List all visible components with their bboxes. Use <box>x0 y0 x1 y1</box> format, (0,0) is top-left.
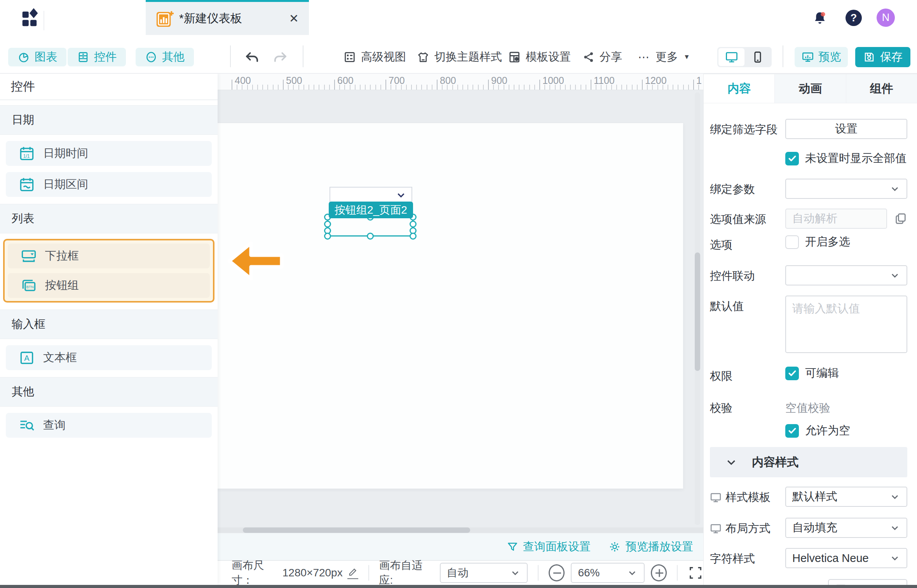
canvas-footer-links: 查询面板设置 预览播放设置 <box>218 533 703 560</box>
widgets-panel-button[interactable]: 控件 <box>68 48 126 66</box>
ruler-label: 1100 <box>594 75 615 86</box>
default-value-textarea[interactable]: 请输入默认值 <box>785 296 907 353</box>
undo-icon[interactable] <box>244 48 260 66</box>
copy-icon[interactable] <box>894 212 907 225</box>
canvas-vertical-scrollbar[interactable] <box>695 92 700 525</box>
linkage-select[interactable] <box>785 265 907 285</box>
fullscreen-icon[interactable] <box>688 565 703 581</box>
chevron-down-icon <box>889 491 900 502</box>
advanced-view-button[interactable]: 高级视图 <box>343 48 406 66</box>
canvas-fit-select[interactable]: 自动 <box>440 563 528 583</box>
multi-select-checkbox[interactable] <box>785 235 799 249</box>
sidebar-item-datetime[interactable]: 1/1 日期时间 <box>6 141 212 166</box>
svg-text:1/1: 1/1 <box>23 153 30 159</box>
allow-empty-checkbox[interactable] <box>785 424 799 438</box>
style-template-row: 样式模板 默认样式 <box>710 487 907 507</box>
zoom-level-select[interactable]: 66% <box>571 563 644 583</box>
query-search-icon <box>18 417 35 434</box>
dropdown-widget-icon <box>20 247 37 264</box>
canvas-size-value: 1280×720px <box>282 567 343 579</box>
sidebar-item-textbox[interactable]: A 文本框 <box>6 345 212 370</box>
theme-tshirt-icon <box>417 50 430 64</box>
calendar-range-icon <box>18 176 35 193</box>
preview-monitor-icon <box>802 51 814 63</box>
resize-handle[interactable] <box>410 233 417 240</box>
statusbar-divider <box>368 565 369 581</box>
bind-filter-field-row: 绑定筛选字段 设置 <box>710 119 907 139</box>
widgets-icon <box>77 51 89 63</box>
bold-button[interactable]: B <box>788 582 798 585</box>
tab-component[interactable]: 组件 <box>846 74 917 103</box>
show-all-values-checkbox[interactable] <box>785 152 799 165</box>
sidebar-item-query[interactable]: 查询 <box>6 413 212 438</box>
other-panel-button[interactable]: 其他 <box>136 48 194 66</box>
resize-handle[interactable] <box>410 221 417 228</box>
button-group-widget-icon: BTN <box>20 277 37 294</box>
font-format-row: B I 12 <box>710 579 907 585</box>
font-size-input[interactable]: 12 <box>828 579 907 585</box>
canvas-viewport[interactable]: 按钮组2_页面2 <box>218 90 703 527</box>
resize-handle[interactable] <box>324 221 331 228</box>
check-icon <box>787 153 797 164</box>
save-button[interactable]: 保存 <box>855 47 910 67</box>
query-panel-settings-link[interactable]: 查询面板设置 <box>507 539 591 555</box>
layout-mode-select[interactable]: 自动填充 <box>785 518 907 538</box>
share-button[interactable]: 分享 <box>582 48 622 66</box>
bind-param-row: 绑定参数 <box>710 179 907 199</box>
inspector-panel: 内容 动画 组件 绑定筛选字段 设置 未设置时显示全部值 <box>703 74 917 585</box>
edit-canvas-size-icon[interactable] <box>347 567 358 579</box>
template-settings-button[interactable]: 模板设置 <box>508 48 571 66</box>
preview-play-settings-link[interactable]: 预览播放设置 <box>608 539 693 555</box>
dashboard-tab[interactable]: *新建仪表板 ✕ <box>146 0 309 35</box>
zoom-in-button[interactable] <box>651 564 667 581</box>
resize-handle[interactable] <box>324 233 331 240</box>
redo-icon[interactable] <box>272 48 288 66</box>
editable-checkbox[interactable] <box>785 367 799 380</box>
sidebar-item-button-group[interactable]: BTN 按钮组 <box>8 273 210 298</box>
ellipsis-circle-icon <box>145 51 157 63</box>
desktop-mode-button[interactable] <box>718 48 744 66</box>
preview-button[interactable]: 预览 <box>795 47 848 67</box>
style-template-select[interactable]: 默认样式 <box>785 487 907 507</box>
ruler-label: 900 <box>491 75 507 86</box>
app-logo-icon[interactable] <box>21 8 38 30</box>
dashboard-page[interactable] <box>218 123 683 489</box>
chevron-down-icon <box>627 567 638 578</box>
scrollbar-thumb[interactable] <box>243 527 470 533</box>
set-bind-filter-button[interactable]: 设置 <box>785 119 907 139</box>
bind-param-select[interactable] <box>785 179 907 199</box>
help-icon[interactable]: ? <box>846 10 862 26</box>
tab-content[interactable]: 内容 <box>704 74 774 103</box>
italic-button[interactable]: I <box>816 582 820 585</box>
save-floppy-icon <box>863 51 875 63</box>
device-mode-switch <box>717 47 772 67</box>
show-all-values-row: 未设置时显示全部值 <box>710 151 907 166</box>
selected-component-tooltip: 按钮组2_页面2 <box>329 202 413 218</box>
mobile-mode-button[interactable] <box>744 48 771 66</box>
tab-animation[interactable]: 动画 <box>774 74 846 103</box>
notifications-bell-icon[interactable] <box>812 10 828 27</box>
chevron-down-icon <box>395 189 407 201</box>
resize-handle[interactable] <box>367 233 374 240</box>
calendar-date-icon: 1/1 <box>18 145 35 162</box>
selected-component-bounds[interactable] <box>327 217 413 237</box>
sidebar-item-dropdown[interactable]: 下拉框 <box>8 244 210 268</box>
font-family-select[interactable]: Helvetica Neue <box>785 548 907 568</box>
zoom-out-button[interactable] <box>549 564 565 581</box>
sidebar-section-other: 其他 <box>0 377 218 407</box>
content-style-section-header[interactable]: 内容样式 <box>710 447 907 477</box>
scrollbar-thumb[interactable] <box>695 252 700 371</box>
canvas-dropdown-component[interactable] <box>329 187 412 203</box>
canvas-horizontal-scrollbar[interactable] <box>218 527 703 533</box>
sidebar-item-daterange[interactable]: 日期区间 <box>6 172 212 197</box>
template-settings-icon <box>508 50 521 64</box>
user-avatar[interactable]: N <box>877 9 895 27</box>
more-menu-button[interactable]: ⋯ 更多 ▼ <box>638 48 690 66</box>
charts-panel-button[interactable]: 图表 <box>8 48 66 66</box>
sidebar-section-date: 日期 <box>0 105 218 135</box>
switch-theme-button[interactable]: 切换主题样式 <box>417 48 502 66</box>
close-tab-icon[interactable]: ✕ <box>289 12 299 25</box>
chevron-down-icon <box>725 456 737 468</box>
window-bottom-edge <box>0 585 917 588</box>
ruler-label: 1000 <box>542 75 564 86</box>
